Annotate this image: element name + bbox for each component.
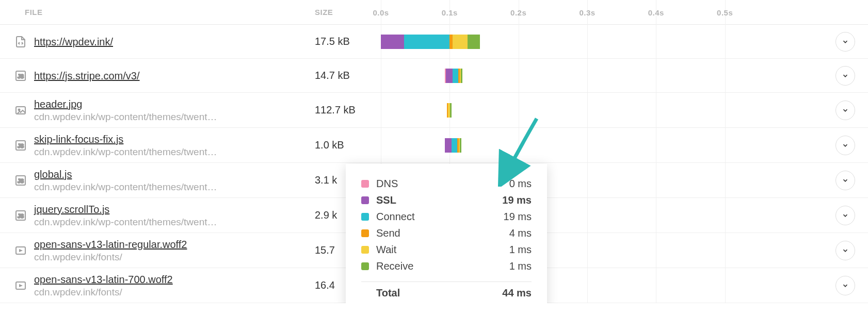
size-cell: 112.7 kB bbox=[315, 104, 381, 116]
segment-receive bbox=[468, 35, 480, 49]
svg-point-3 bbox=[19, 109, 20, 110]
svg-text:JS: JS bbox=[18, 143, 24, 149]
swatch-connect bbox=[361, 213, 369, 221]
svg-text:JS: JS bbox=[18, 178, 24, 184]
tooltip-label: Send bbox=[376, 227, 509, 239]
size-cell: 14.7 kB bbox=[315, 70, 381, 81]
file-subpath: cdn.wpdev.ink/fonts/ bbox=[34, 286, 173, 298]
js-file-icon: JS bbox=[14, 209, 27, 222]
tooltip-total-label: Total bbox=[376, 287, 502, 299]
chevron-down-icon bbox=[842, 107, 849, 114]
tick-label: 0.5s bbox=[717, 8, 733, 16]
file-link[interactable]: skip-link-focus-fix.js bbox=[34, 132, 217, 146]
image-file-icon bbox=[14, 104, 27, 117]
table-row: JSskip-link-focus-fix.jscdn.wpdev.ink/wp… bbox=[0, 128, 868, 163]
size-cell: 1.0 kB bbox=[315, 139, 381, 151]
segment-connect bbox=[452, 138, 457, 153]
swatch-send bbox=[361, 229, 369, 237]
file-link[interactable]: https://wpdev.ink/ bbox=[34, 35, 113, 48]
chevron-down-icon bbox=[842, 247, 849, 254]
col-header-size[interactable]: SIZE bbox=[315, 8, 381, 16]
file-link[interactable]: open-sans-v13-latin-700.woff2 bbox=[34, 273, 173, 286]
svg-text:JS: JS bbox=[18, 74, 24, 79]
expand-button[interactable] bbox=[835, 171, 855, 190]
chevron-down-icon bbox=[842, 38, 849, 45]
tick-label: 0.1s bbox=[442, 8, 458, 16]
size-cell: 17.5 kB bbox=[315, 36, 381, 47]
segment-ssl bbox=[446, 69, 453, 83]
file-link[interactable]: open-sans-v13-latin-regular.woff2 bbox=[34, 238, 187, 251]
code-file-icon bbox=[14, 36, 27, 48]
tooltip-row-ssl: SSL19 ms bbox=[361, 192, 532, 208]
file-link[interactable]: https://js.stripe.com/v3/ bbox=[34, 69, 140, 82]
file-subpath: cdn.wpdev.ink/fonts/ bbox=[34, 251, 187, 263]
waterfall-cell[interactable] bbox=[381, 68, 823, 84]
tooltip-value: 19 ms bbox=[504, 211, 532, 223]
segment-ssl bbox=[381, 35, 404, 49]
tooltip-label: DNS bbox=[376, 178, 509, 190]
segment-receive bbox=[460, 138, 461, 153]
tick-label: 0.3s bbox=[579, 8, 595, 16]
segment-receive bbox=[461, 69, 462, 83]
tooltip-value: 19 ms bbox=[502, 194, 532, 206]
file-subpath: cdn.wpdev.ink/wp-content/themes/twent… bbox=[34, 111, 217, 123]
expand-button[interactable] bbox=[835, 32, 855, 52]
tooltip-value: 1 ms bbox=[509, 260, 532, 272]
segment-receive bbox=[450, 103, 452, 118]
expand-button[interactable] bbox=[835, 136, 855, 155]
waterfall-cell[interactable] bbox=[381, 103, 823, 118]
js-file-icon: JS bbox=[14, 70, 27, 82]
table-row: https://wpdev.ink/17.5 kB bbox=[0, 25, 868, 59]
file-subpath: cdn.wpdev.ink/wp-content/themes/twent… bbox=[34, 181, 217, 193]
font-file-icon bbox=[14, 244, 27, 257]
swatch-wait bbox=[361, 246, 369, 254]
file-subpath: cdn.wpdev.ink/wp-content/themes/twent… bbox=[34, 146, 217, 158]
tooltip-label: Receive bbox=[376, 260, 509, 272]
expand-button[interactable] bbox=[835, 101, 855, 120]
tooltip-total-row: Total44 ms bbox=[361, 287, 532, 299]
segment-connect bbox=[453, 69, 458, 83]
swatch-receive bbox=[361, 262, 369, 270]
chevron-down-icon bbox=[842, 212, 849, 219]
table-header: FILE SIZE 0.0s0.1s0.2s0.3s0.4s0.5s bbox=[0, 0, 868, 25]
segment-wait bbox=[453, 35, 468, 49]
tooltip-separator bbox=[361, 281, 532, 282]
tooltip-value: 0 ms bbox=[509, 178, 532, 190]
tooltip-value: 4 ms bbox=[509, 227, 532, 239]
col-header-timeline: 0.0s0.1s0.2s0.3s0.4s0.5s bbox=[381, 0, 823, 24]
tooltip-total-value: 44 ms bbox=[502, 287, 532, 299]
tooltip-label: Wait bbox=[376, 244, 509, 256]
waterfall-cell[interactable] bbox=[381, 34, 823, 49]
file-link[interactable]: jquery.scrollTo.js bbox=[34, 203, 217, 216]
js-file-icon: JS bbox=[14, 139, 27, 152]
tooltip-value: 1 ms bbox=[509, 244, 532, 256]
tick-label: 0.0s bbox=[373, 8, 389, 16]
chevron-down-icon bbox=[842, 142, 849, 149]
svg-text:JS: JS bbox=[18, 213, 24, 219]
tick-label: 0.4s bbox=[648, 8, 664, 16]
tooltip-label: SSL bbox=[376, 194, 502, 206]
expand-button[interactable] bbox=[835, 241, 855, 260]
file-link[interactable]: global.js bbox=[34, 168, 217, 181]
col-header-file[interactable]: FILE bbox=[0, 8, 315, 16]
expand-button[interactable] bbox=[835, 276, 855, 295]
timing-tooltip: DNS0 msSSL19 msConnect19 msSend4 msWait1… bbox=[346, 164, 547, 303]
expand-button[interactable] bbox=[835, 66, 855, 86]
swatch-dns bbox=[361, 180, 369, 188]
tooltip-row-send: Send4 ms bbox=[361, 225, 532, 241]
tooltip-row-dns: DNS0 ms bbox=[361, 175, 532, 192]
file-link[interactable]: header.jpg bbox=[34, 97, 217, 111]
tick-label: 0.2s bbox=[510, 8, 526, 16]
waterfall-cell[interactable] bbox=[381, 138, 823, 153]
swatch-ssl bbox=[361, 196, 369, 204]
waterfall-table: FILE SIZE 0.0s0.1s0.2s0.3s0.4s0.5s https… bbox=[0, 0, 868, 303]
tooltip-row-connect: Connect19 ms bbox=[361, 208, 532, 225]
table-row: JShttps://js.stripe.com/v3/14.7 kB bbox=[0, 59, 868, 93]
js-file-icon: JS bbox=[14, 174, 27, 187]
segment-connect bbox=[404, 35, 449, 49]
chevron-down-icon bbox=[842, 282, 849, 289]
tooltip-row-receive: Receive1 ms bbox=[361, 258, 532, 274]
file-subpath: cdn.wpdev.ink/wp-content/themes/twent… bbox=[34, 216, 217, 228]
expand-button[interactable] bbox=[835, 206, 855, 225]
segment-ssl bbox=[445, 138, 452, 153]
